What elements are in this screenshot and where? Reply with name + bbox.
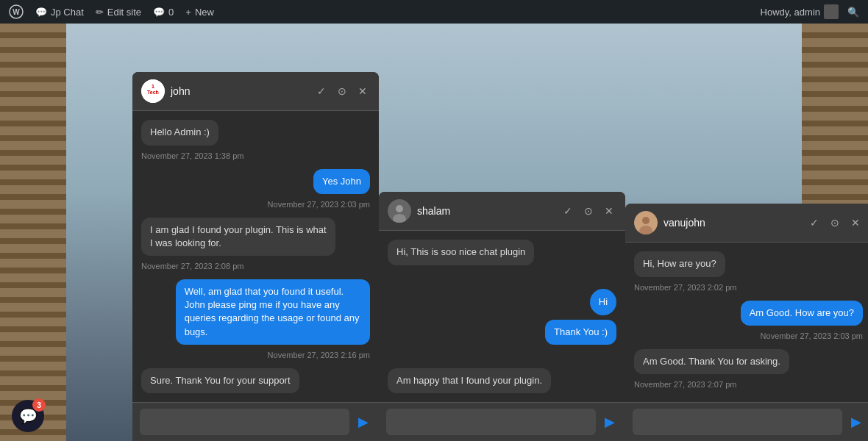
list-item: Thank You :)	[545, 320, 616, 345]
close-john-button[interactable]: ✕	[355, 85, 370, 98]
list-item: I am glad I found your plugin. This is w…	[141, 218, 335, 256]
chat-messages-shalam: Hi, This is soo nice chat plugin Hi Than…	[379, 231, 625, 402]
send-vanujohn-button[interactable]: ▶	[848, 411, 864, 433]
minimize-vanujohn-button[interactable]: ✓	[807, 216, 822, 229]
chat-name-john: john	[171, 85, 308, 97]
comment-icon: 💬	[153, 7, 165, 18]
msg-time: November 27, 2023 2:07 pm	[634, 380, 863, 389]
chat-input-area-shalam: ▶	[379, 402, 625, 441]
send-icon: ▶	[605, 414, 615, 430]
chat-header-john: 1 Tech john ✓ ⊙ ✕	[132, 72, 379, 111]
list-item: Am happy that I found your plugin.	[388, 368, 551, 393]
chat-window-shalam: shalam ✓ ⊙ ✕ Hi, This is soo nice chat p…	[379, 192, 625, 441]
chat-header-actions-john: ✓ ⊙ ✕	[314, 85, 370, 98]
chat-input-john[interactable]	[140, 409, 349, 435]
floating-chat-button[interactable]: 💬 3	[12, 400, 44, 432]
list-item: Am Good. Thank You for asking.	[634, 349, 789, 374]
list-item: Hi, How are you?	[634, 251, 725, 276]
edit-icon: ✏	[96, 7, 104, 18]
chat-input-area-john: ▶	[132, 402, 379, 441]
new-link[interactable]: + New	[185, 7, 214, 18]
chat-input-vanujohn[interactable]	[633, 409, 842, 435]
close-shalam-button[interactable]: ✕	[602, 204, 616, 218]
minimize-shalam-button[interactable]: ✓	[561, 204, 575, 218]
admin-avatar-small	[824, 4, 839, 19]
settings-john-button[interactable]: ⊙	[335, 85, 349, 98]
send-shalam-button[interactable]: ▶	[602, 411, 618, 433]
msg-time: November 27, 2023 2:08 pm	[141, 262, 370, 270]
jp-chat-link[interactable]: 💬 Jp Chat	[35, 7, 84, 18]
edit-site-link[interactable]: ✏ Edit site	[96, 7, 141, 18]
list-item: Well, am glad that you found it useful. …	[176, 279, 370, 345]
list-item: Hi	[590, 289, 616, 315]
plus-icon: +	[185, 7, 191, 18]
close-vanujohn-button[interactable]: ✕	[848, 216, 863, 229]
send-john-button[interactable]: ▶	[355, 411, 371, 433]
chat-badge: 3	[32, 398, 46, 412]
settings-vanujohn-button[interactable]: ⊙	[828, 216, 842, 229]
admin-bar: W 💬 Jp Chat ✏ Edit site 💬 0 + New Howdy,…	[0, 0, 868, 24]
avatar-john: 1 Tech	[141, 79, 165, 103]
chat-window-vanujohn: vanujohn ✓ ⊙ ✕ Hi, How are you? November…	[625, 204, 868, 441]
chat-messages-john: Hello Admin :) November 27, 2023 1:38 pm…	[132, 111, 379, 402]
list-item: Am Good. How are you?	[741, 301, 863, 326]
minimize-john-button[interactable]: ✓	[314, 85, 329, 98]
chat-header-actions-shalam: ✓ ⊙ ✕	[561, 204, 616, 218]
list-item: Hi, This is soo nice chat plugin	[388, 240, 534, 265]
chat-input-shalam[interactable]	[386, 409, 596, 435]
settings-shalam-button[interactable]: ⊙	[581, 204, 596, 218]
list-item: Sure. Thank You for your support	[141, 368, 299, 393]
svg-point-9	[642, 217, 650, 224]
msg-time: November 27, 2023 2:16 pm	[141, 351, 370, 359]
jp-chat-icon: 💬	[35, 7, 47, 18]
chat-input-area-vanujohn: ▶	[625, 402, 868, 441]
avatar-shalam	[388, 199, 411, 223]
avatar-vanujohn	[634, 211, 658, 234]
search-button[interactable]: 🔍	[847, 7, 859, 18]
chat-messages-vanujohn: Hi, How are you? November 27, 2023 2:02 …	[625, 243, 868, 402]
msg-time: November 27, 2023 2:02 pm	[634, 283, 863, 292]
send-icon: ▶	[358, 414, 369, 430]
chat-name-shalam: shalam	[417, 205, 555, 217]
msg-time: November 27, 2023 2:03 pm	[141, 200, 370, 209]
chat-window-john: 1 Tech john ✓ ⊙ ✕ Hello Admin :) Novembe…	[132, 72, 379, 441]
svg-text:1: 1	[152, 84, 154, 89]
chat-name-vanujohn: vanujohn	[664, 217, 801, 229]
chat-header-shalam: shalam ✓ ⊙ ✕	[379, 192, 625, 231]
wp-logo[interactable]: W	[9, 4, 24, 19]
list-item: Hello Admin :)	[141, 120, 218, 145]
svg-text:Tech: Tech	[147, 90, 159, 95]
chat-header-vanujohn: vanujohn ✓ ⊙ ✕	[625, 204, 868, 243]
admin-bar-right: Howdy, admin 🔍	[761, 4, 859, 19]
svg-point-6	[396, 205, 403, 212]
search-icon: 🔍	[847, 7, 859, 18]
howdy-label[interactable]: Howdy, admin	[761, 4, 839, 19]
msg-time: November 27, 2023 1:38 pm	[141, 151, 370, 160]
comments-link[interactable]: 💬 0	[153, 7, 174, 18]
svg-text:W: W	[13, 8, 20, 16]
chat-windows-container: 1 Tech john ✓ ⊙ ✕ Hello Admin :) Novembe…	[132, 72, 868, 441]
send-icon: ▶	[851, 414, 861, 430]
chat-header-actions-vanujohn: ✓ ⊙ ✕	[807, 216, 863, 229]
msg-time: November 27, 2023 2:03 pm	[634, 331, 863, 340]
list-item: Yes John	[313, 169, 370, 194]
